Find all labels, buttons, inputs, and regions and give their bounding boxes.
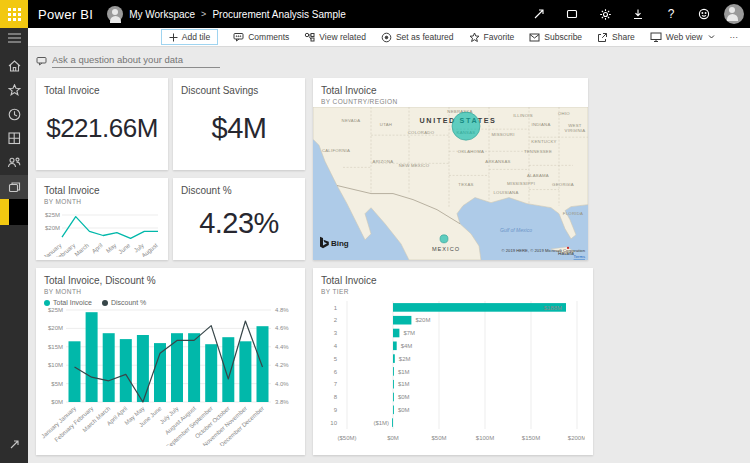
favorite-star-button[interactable]: Favorite [469,32,515,43]
svg-text:2: 2 [334,317,338,323]
map-terms-link[interactable]: Terms [574,254,585,259]
breadcrumb-separator: > [201,9,206,19]
svg-text:INDIANA: INDIANA [531,122,550,127]
dashboard-canvas: Total Invoice $221.66M Discount Savings … [28,47,750,463]
svg-text:NEVADA: NEVADA [342,118,361,123]
column-line-chart[interactable]: $0M3.8%$5M4.0%$10M4.2%$15M4.4%$20M4.6%$2… [40,306,301,446]
subscribe-button[interactable]: Subscribe [529,32,582,42]
set-as-featured-button[interactable]: Set as featured [381,32,454,43]
web-view-dropdown[interactable]: Web view [650,32,715,42]
tile-title: Discount Savings [181,85,297,97]
power-bi-logo[interactable]: Power BI [38,7,93,22]
tile-title: Total Invoice, Discount % [44,275,297,287]
line-chart[interactable]: $25M$20MJanuaryFebruaryMarchAprilMayJune… [42,207,162,257]
svg-text:ARKANSAS: ARKANSAS [485,159,510,164]
chart-legend: Total Invoice Discount % [44,299,297,306]
tile-subtitle: BY MONTH [44,198,160,205]
add-tile-button[interactable]: Add tile [161,29,218,45]
svg-text:$4M: $4M [401,343,413,349]
svg-text:$100M: $100M [476,435,494,441]
svg-text:KENTUCKY: KENTUCKY [531,139,556,144]
nav-favorites-icon[interactable] [0,79,28,101]
qna-bubble-icon [36,56,47,66]
tile-invoice-discount-combo-chart[interactable]: Total Invoice, Discount % BY MONTH Total… [36,268,305,455]
kpi-value: $4M [181,97,297,170]
topbar-actions: ? [526,3,750,25]
svg-text:4.6%: 4.6% [275,325,289,331]
share-button[interactable]: Share [597,32,635,43]
nav-shared-with-me-icon[interactable] [0,151,28,173]
nav-expand-arrow-icon[interactable] [0,433,28,455]
svg-text:$25M: $25M [45,212,60,218]
more-options-button[interactable]: ··· [730,32,739,42]
qna-bar [36,53,220,68]
svg-text:4: 4 [334,343,338,349]
svg-text:($1M): ($1M) [373,420,389,426]
svg-text:TEXAS: TEXAS [458,182,473,187]
tile-invoice-by-tier-bar-chart[interactable]: Total Invoice BY TIER ($50M)$0M$50M$100M… [313,268,593,455]
horizontal-bar-chart[interactable]: ($50M)$0M$50M$100M$150M$200M1$188M2$20M3… [321,299,585,449]
kpi-value: 4.23% [181,197,297,260]
svg-text:Gulf of Mexico: Gulf of Mexico [500,227,532,233]
svg-text:$7M: $7M [403,330,415,336]
svg-text:OKLAHOMA: OKLAHOMA [458,149,484,154]
svg-text:May: May [105,242,118,254]
svg-text:March: March [73,242,90,257]
tile-discount-pct-card[interactable]: Discount % 4.23% [173,178,305,260]
tile-invoice-by-month-line[interactable]: Total Invoice BY MONTH $25M$20MJanuaryFe… [36,178,168,260]
svg-text:August: August [140,242,158,257]
svg-text:4.2%: 4.2% [275,362,289,368]
tile-invoice-by-region-map[interactable]: Total Invoice BY COUNTRY/REGION UNITED S… [313,78,588,260]
notifications-icon[interactable] [559,3,585,25]
svg-text:ALABAMA: ALABAMA [527,173,549,178]
nav-recent-icon[interactable] [0,103,28,125]
fullscreen-icon[interactable] [526,3,552,25]
workspace-avatar[interactable] [107,6,123,22]
svg-text:8: 8 [334,394,338,400]
svg-text:$0M: $0M [51,399,63,405]
svg-text:($50M): ($50M) [337,435,356,441]
tile-total-invoice-card[interactable]: Total Invoice $221.66M [36,78,168,170]
qna-input[interactable] [52,53,220,68]
tile-discount-savings-card[interactable]: Discount Savings $4M [173,78,305,170]
legend-dot-total-invoice [44,300,50,306]
tile-title: Total Invoice [44,185,160,197]
svg-text:LOUISIANA: LOUISIANA [493,190,518,195]
tile-subtitle: BY COUNTRY/REGION [321,98,580,105]
svg-text:9: 9 [334,407,338,413]
tile-title: Total Invoice [44,85,160,97]
help-icon[interactable]: ? [658,3,684,25]
comments-button[interactable]: Comments [233,32,289,42]
nav-hamburger-icon[interactable] [0,28,28,47]
svg-text:ARIZONA: ARIZONA [373,159,394,164]
breadcrumb: My Workspace > Procurement Analysis Samp… [107,6,346,22]
bing-map[interactable]: UNITED STATESNEBRASKANEVADAUTAHCOLORADOK… [313,107,588,260]
nav-workspaces-icon[interactable] [0,175,28,199]
svg-text:MEXICO: MEXICO [432,246,460,252]
settings-gear-icon[interactable] [592,3,618,25]
svg-text:OHIO: OHIO [558,111,570,116]
breadcrumb-page[interactable]: Procurement Analysis Sample [212,9,345,20]
view-related-button[interactable]: View related [304,32,366,42]
svg-text:MISSISSIPPI: MISSISSIPPI [507,180,535,185]
account-avatar[interactable] [724,4,744,24]
breadcrumb-workspace[interactable]: My Workspace [129,9,195,20]
svg-text:ILLINOIS: ILLINOIS [513,113,533,118]
left-navigation [0,28,28,463]
svg-text:NEW MEXICO: NEW MEXICO [399,163,430,168]
svg-text:$1M: $1M [398,381,410,387]
svg-text:COLORADO: COLORADO [408,130,435,135]
nav-apps-icon[interactable] [0,127,28,149]
svg-text:$0M: $0M [387,435,399,441]
nav-home-icon[interactable] [0,55,28,77]
svg-text:$0M: $0M [398,394,410,400]
download-icon[interactable] [625,3,651,25]
svg-text:$20M: $20M [415,317,430,323]
feedback-smiley-icon[interactable] [691,3,717,25]
svg-text:$25M: $25M [48,307,63,313]
tile-subtitle: BY MONTH [44,288,297,295]
nav-my-workspace-item[interactable] [0,199,28,225]
svg-text:4.4%: 4.4% [275,344,289,350]
waffle-menu-icon[interactable] [0,0,28,28]
chevron-down-icon [708,34,715,40]
